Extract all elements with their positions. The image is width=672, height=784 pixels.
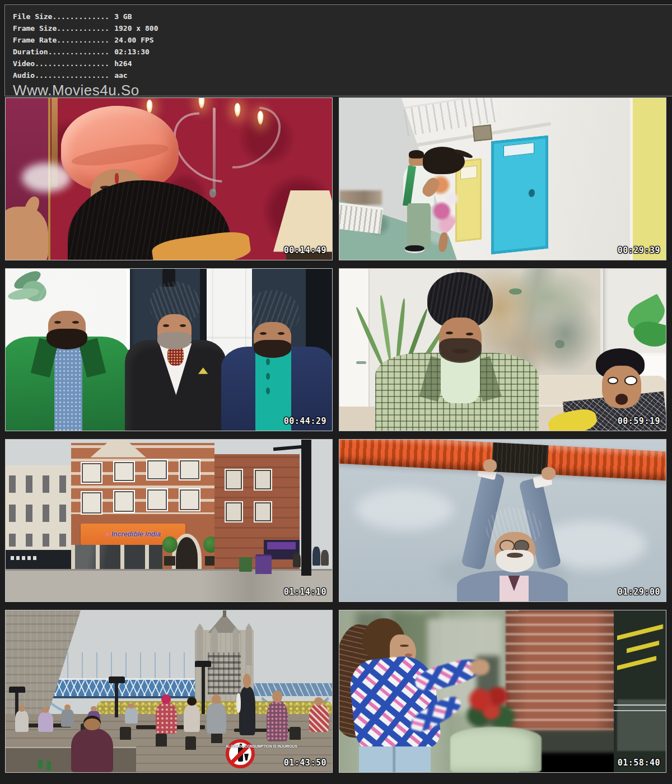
gripping-hand <box>542 467 555 480</box>
screenshot-1: 00:14:49 <box>5 97 333 260</box>
pedestrian <box>321 550 329 566</box>
info-label: Frame Size <box>13 24 57 32</box>
sash-window <box>81 462 102 484</box>
blurred-brick-column <box>506 610 617 740</box>
timestamp-overlay: 01:58:40 <box>618 758 660 768</box>
green-bottle <box>38 759 43 769</box>
scene-london-street: ✻ Incredible India <box>6 440 332 601</box>
woman-in-floral-dress <box>267 701 288 741</box>
dot-leader: ............ <box>57 36 109 44</box>
sash-window <box>179 488 200 512</box>
green-bottle <box>46 761 51 771</box>
scene-plaid-suit-sofa <box>339 269 666 431</box>
dot-leader: .............. <box>48 48 110 56</box>
tower-turret <box>246 623 253 665</box>
far-bridge-deck <box>254 683 332 696</box>
dark-beard <box>254 340 291 358</box>
screenshot-6: 01:29:00 <box>339 439 666 602</box>
storefront-sign-text: Incredible India <box>111 530 161 538</box>
wall-vent <box>473 124 493 141</box>
topiary-tree <box>162 536 178 553</box>
candle-flame <box>257 111 264 125</box>
info-label: Frame Rate <box>13 36 57 44</box>
screenshot-7: ALCOHOL CONSUMPTION IS INJURIOUS 01:43:5… <box>5 610 333 773</box>
chandelier-stem <box>213 108 216 192</box>
white-beard <box>496 550 534 572</box>
lantern-head <box>109 676 125 683</box>
street-lamp-pole <box>301 440 312 576</box>
screenshot-2: 00:29:39 <box>339 97 666 260</box>
dark-storefront <box>6 550 71 570</box>
info-label: Duration <box>13 48 48 56</box>
lamp-post <box>115 682 118 717</box>
sash-window <box>179 459 200 481</box>
info-row-file-size: File Size.............3 GB <box>13 11 672 22</box>
glass-glyph <box>244 754 249 760</box>
flower-logo-icon: ✻ <box>105 531 110 538</box>
sash-window <box>113 490 135 514</box>
gray-pavement <box>6 569 332 602</box>
info-row-video: Video.................h264 <box>13 58 672 69</box>
info-value: 24.00 FPS <box>109 36 153 44</box>
red-flower-cluster <box>464 687 519 730</box>
man-in-gray-hoodie <box>207 703 226 734</box>
timestamp-overlay: 01:29:00 <box>618 587 660 597</box>
scene-three-turbaned-men <box>6 269 332 431</box>
seated-diner <box>125 707 138 724</box>
dot-leader: ................. <box>35 71 109 80</box>
info-row-audio: Audio.................aac <box>13 69 672 81</box>
timestamp-overlay: 01:14:10 <box>284 587 326 597</box>
dark-haired-woman <box>184 704 200 732</box>
info-label: File Size <box>13 12 52 21</box>
sash-window <box>254 501 272 523</box>
sneaker <box>405 245 424 253</box>
warning-text: ALCOHOL CONSUMPTION IS INJURIOUS <box>226 744 297 748</box>
sash-window <box>81 491 102 515</box>
site-watermark: Www.Movies4u.So <box>13 82 672 99</box>
window-row <box>9 505 68 522</box>
info-row-duration: Duration..............02:13:30 <box>13 46 672 58</box>
info-row-frame-size: Frame Size............1920 x 800 <box>13 22 672 34</box>
foreground-man-maroon <box>71 729 114 772</box>
dot-leader: ................. <box>35 59 109 68</box>
sash-window <box>225 501 243 523</box>
seated-diner <box>15 711 28 732</box>
lantern-head <box>9 687 25 693</box>
sash-window <box>146 459 168 481</box>
blue-bridge-deck <box>48 678 212 698</box>
info-label: Audio <box>13 71 35 80</box>
white-balustrade <box>339 202 383 234</box>
sash-window <box>254 469 272 491</box>
pedestrian <box>312 547 320 566</box>
purple-wheelie-bin <box>255 554 272 574</box>
media-info-panel: File Size.............3 GB Frame Size...… <box>4 4 672 96</box>
tower-finial <box>223 610 226 617</box>
info-row-frame-rate: Frame Rate............24.00 FPS <box>13 34 672 46</box>
window-row <box>9 475 68 493</box>
scene-running-woman-blur <box>339 610 666 772</box>
lower-window <box>617 699 666 751</box>
timestamp-overlay: 00:59:19 <box>618 416 660 426</box>
tower-windows <box>208 652 240 694</box>
blue-shirt <box>54 342 82 431</box>
man-in-pink-turban <box>156 703 177 734</box>
lantern-head <box>195 661 211 668</box>
sash-window <box>146 488 168 512</box>
seated-diner <box>61 709 74 727</box>
candle-flame <box>234 103 241 118</box>
screenshot-5: ✻ Incredible India 01:14:10 <box>5 439 333 602</box>
gripping-hand <box>483 459 497 472</box>
timestamp-overlay: 00:29:39 <box>618 245 660 255</box>
screenshot-3: 00:44:29 <box>5 268 333 431</box>
tree-planter <box>164 556 175 566</box>
scene-tower-bridge-cafe: ALCOHOL CONSUMPTION IS INJURIOUS <box>6 610 332 772</box>
yellow-wall-edge <box>630 98 666 260</box>
scene-turban-man-red-room <box>6 98 332 260</box>
pedestrian <box>293 553 301 567</box>
pale-green-planter <box>450 727 542 772</box>
shop-glass-front <box>71 545 162 569</box>
cafe-chair <box>185 736 197 749</box>
window-row <box>9 534 68 547</box>
scene-beach-huts-couple <box>339 98 666 260</box>
seated-diner <box>38 712 53 732</box>
